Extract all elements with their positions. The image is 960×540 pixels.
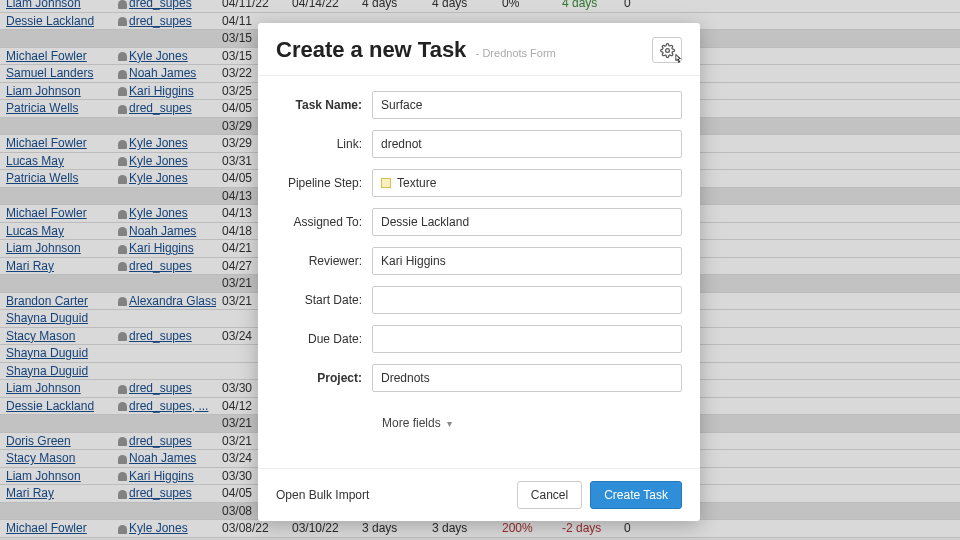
pipeline-step-swatch [381,178,391,188]
chevron-down-icon: ▾ [447,418,452,429]
more-fields-toggle[interactable]: More fields ▾ [382,416,452,430]
link-input[interactable]: drednot [372,130,682,158]
modal-title: Create a new Task [276,37,466,62]
create-task-button[interactable]: Create Task [590,481,682,509]
pipeline-step-input[interactable]: Texture [372,169,682,197]
create-task-modal: Create a new Task - Drednots Form Task N… [258,23,700,521]
more-fields-label: More fields [382,416,441,430]
open-bulk-import-link[interactable]: Open Bulk Import [276,488,369,502]
task-name-input[interactable]: Surface [372,91,682,119]
assigned-to-label: Assigned To: [276,215,372,229]
modal-body: Task Name: Surface Link: drednot Pipelin… [258,76,700,468]
assigned-to-input[interactable]: Dessie Lackland [372,208,682,236]
modal-header: Create a new Task - Drednots Form [258,23,700,76]
pipeline-step-label: Pipeline Step: [276,176,372,190]
modal-subtitle: - Drednots Form [476,47,556,59]
project-label: Project: [276,371,372,385]
reviewer-label: Reviewer: [276,254,372,268]
due-date-label: Due Date: [276,332,372,346]
start-date-label: Start Date: [276,293,372,307]
project-input[interactable]: Drednots [372,364,682,392]
cursor-pointer-icon [669,52,685,68]
modal-footer: Open Bulk Import Cancel Create Task [258,468,700,521]
modal-title-wrap: Create a new Task - Drednots Form [276,37,556,63]
link-label: Link: [276,137,372,151]
form-settings-button[interactable] [652,37,682,63]
pipeline-step-value: Texture [397,176,436,190]
reviewer-input[interactable]: Kari Higgins [372,247,682,275]
cancel-button[interactable]: Cancel [517,481,582,509]
start-date-input[interactable] [372,286,682,314]
task-name-label: Task Name: [276,98,372,112]
due-date-input[interactable] [372,325,682,353]
